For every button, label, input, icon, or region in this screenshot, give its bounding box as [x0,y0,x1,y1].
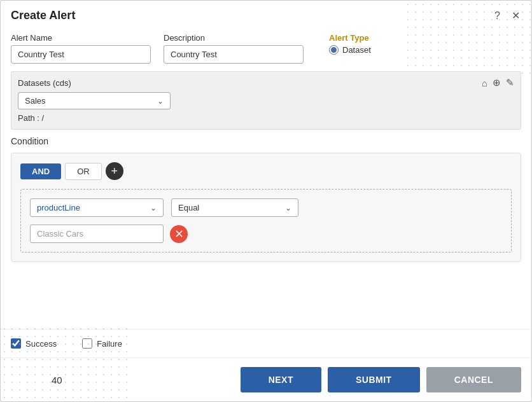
condition-box: AND OR + productLine ⌄ Equal ⌄ [11,153,521,262]
condition-filters: productLine ⌄ Equal ⌄ [30,198,502,217]
or-button[interactable]: OR [65,163,102,180]
datasets-add-icon[interactable]: ⊕ [493,77,501,88]
filter-field-chevron-icon: ⌄ [150,204,157,212]
filter-field-value: productLine [37,203,80,212]
failure-label: Failure [97,339,122,349]
header-icons: ? ✕ [493,8,521,23]
filter-operator-value: Equal [178,203,199,212]
dialog-title: Create Alert [11,9,75,22]
datasets-section: Datasets (cds) ⌂ ⊕ ✎ Sales ⌄ Path : / [11,71,521,130]
dialog-header: Create Alert ? ✕ [1,1,531,28]
path-label: Path : [18,113,39,123]
filter-operator-chevron-icon: ⌄ [285,204,291,212]
failure-checkbox-label[interactable]: Failure [82,338,122,349]
datasets-home-icon[interactable]: ⌂ [482,78,487,88]
datasets-header: Datasets (cds) ⌂ ⊕ ✎ [18,77,514,88]
value-row: ✕ [30,225,502,243]
success-checkbox[interactable] [11,338,21,349]
datasets-icons: ⌂ ⊕ ✎ [482,77,514,88]
footer-count: 40 [52,375,62,385]
filter-field-dropdown[interactable]: productLine ⌄ [30,198,164,217]
condition-section: Condition AND OR + productLine ⌄ [11,136,521,262]
datasets-title: Datasets (cds) [18,78,71,88]
and-or-row: AND OR + [20,162,512,180]
datasets-chevron-icon: ⌄ [157,97,164,106]
dialog-body: Alert Name Description Alert Type Datase… [1,28,531,322]
datasets-dropdown[interactable]: Sales ⌄ [18,92,171,109]
description-input[interactable] [164,45,304,64]
alert-name-label: Alert Name [11,33,151,43]
alert-type-label: Alert Type [329,33,371,43]
datasets-edit-icon[interactable]: ✎ [506,77,514,88]
alert-type-option-label[interactable]: Dataset [342,45,371,55]
failure-checkbox[interactable] [82,338,92,349]
alert-type-group: Alert Type Dataset [329,33,371,55]
alert-name-input[interactable] [11,45,151,64]
form-row-1: Alert Name Description Alert Type Datase… [11,33,521,64]
success-label: Success [25,339,57,349]
close-button[interactable]: ✕ [510,8,521,23]
submit-button[interactable]: SUBMIT [328,367,420,392]
condition-inner: productLine ⌄ Equal ⌄ ✕ [20,189,512,253]
remove-condition-button[interactable]: ✕ [170,225,188,243]
alert-type-radio-row: Dataset [329,45,371,55]
alert-name-group: Alert Name [11,33,151,64]
condition-title: Condition [11,136,521,146]
and-button[interactable]: AND [20,163,61,179]
filter-value-input[interactable] [30,225,164,243]
cancel-button[interactable]: CANCEL [426,367,521,392]
datasets-selected-value: Sales [25,96,46,106]
next-button[interactable]: NEXT [241,367,321,392]
description-group: Description [164,33,304,64]
success-failure-row: Success Failure [1,329,531,357]
filter-operator-dropdown[interactable]: Equal ⌄ [171,198,298,217]
alert-type-radio-dataset[interactable] [329,45,339,55]
success-checkbox-label[interactable]: Success [11,338,57,349]
add-condition-button[interactable]: + [106,162,123,180]
path-value: / [42,113,45,123]
path-row: Path : / [18,113,514,123]
description-label: Description [164,33,304,43]
help-button[interactable]: ? [493,9,501,23]
create-alert-dialog: Create Alert ? ✕ Alert Name Description … [0,0,532,402]
dialog-footer: 40 NEXT SUBMIT CANCEL [1,357,531,401]
